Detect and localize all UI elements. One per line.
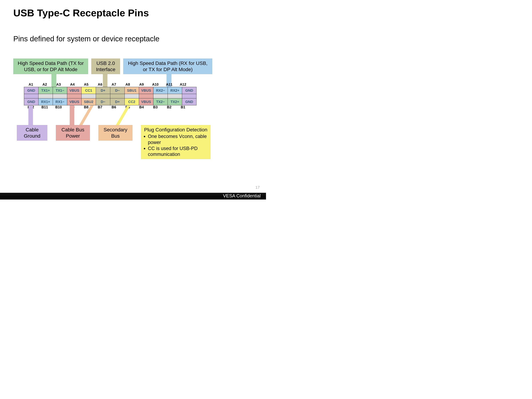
pin-cell: RX1+ [38, 98, 53, 105]
pin-mid-cell [38, 94, 53, 98]
conn-vbus [70, 106, 74, 125]
pin-mid-cell [182, 94, 196, 98]
callout-cc-title: Plug Configuration Detection [144, 127, 207, 133]
pin-mid-cell [67, 94, 82, 98]
pin-cell: D− [96, 98, 110, 105]
pin-row-mid [24, 94, 196, 98]
pin-cell: RX1− [53, 98, 67, 105]
pin-cell: VBUS [67, 98, 82, 105]
pin-mid-cell [110, 94, 125, 98]
callout-bus-power: Cable Bus Power [56, 125, 90, 141]
col-label-a: A1 [24, 82, 38, 87]
callout-secondary-bus: Secondary Bus [98, 125, 133, 141]
pin-cell: RX2+ [168, 87, 182, 94]
col-label-b: B6 [107, 105, 121, 109]
pin-mid-cell [153, 94, 168, 98]
callout-cc-bullet-1: One becomes Vconn, cable power [148, 133, 209, 146]
pin-table: GNDTX1+TX1−VBUSCC1D+D−SBU1VBUSRX2−RX2+GN… [24, 87, 196, 105]
col-label-a: A11 [162, 82, 176, 87]
col-label-a: A10 [148, 82, 162, 87]
footer-text: VESA Confidential [223, 193, 261, 199]
callout-cc: Plug Configuration Detection One becomes… [141, 125, 210, 159]
pin-cell: VBUS [67, 87, 82, 94]
col-label-a: A2 [38, 82, 52, 87]
pin-row-b: GNDRX1+RX1−VBUSSBU2D−D+CC2VBUSTX2−TX2+GN… [24, 98, 196, 105]
pin-cell: RX2− [153, 87, 168, 94]
col-label-b: B1 [176, 105, 190, 109]
col-label-b: B4 [135, 105, 148, 109]
conn-gnd [28, 106, 33, 125]
pin-mid-cell [168, 94, 182, 98]
pin-cell: GND [182, 98, 196, 105]
col-label-a: A9 [135, 82, 148, 87]
pin-mid-cell [53, 94, 67, 98]
col-label-b: B11 [38, 105, 52, 109]
pin-mid-cell [96, 94, 110, 98]
pin-cell: D− [110, 87, 125, 94]
pin-mid-cell [139, 94, 153, 98]
col-label-a: A3 [52, 82, 65, 87]
col-label-b: B2 [162, 105, 176, 109]
callout-hs-rx: High Speed Data Path (RX for USB, or TX … [123, 58, 212, 74]
pin-cell: D+ [110, 98, 125, 105]
col-label-a: A4 [65, 82, 79, 87]
pin-cell: TX2+ [168, 98, 182, 105]
col-label-a: A5 [79, 82, 93, 87]
footer-bar: VESA Confidential [0, 193, 266, 200]
callout-hs-tx: High Speed Data Path (TX for USB, or for… [13, 58, 88, 74]
callout-ground: Cable Ground [17, 125, 47, 141]
callout-usb20: USB 2.0 Interface [91, 58, 120, 74]
col-label-a: A6 [93, 82, 107, 87]
pin-mid-cell [24, 94, 38, 98]
pin-cell: CC2 [125, 98, 139, 105]
page-subtitle: Pins defined for system or device recept… [13, 35, 159, 43]
pin-cell: TX2− [153, 98, 168, 105]
pin-cell: TX1+ [38, 87, 53, 94]
col-label-a: A7 [107, 82, 121, 87]
pin-cell: VBUS [139, 98, 153, 105]
pin-row-a: GNDTX1+TX1−VBUSCC1D+D−SBU1VBUSRX2−RX2+GN… [24, 87, 196, 94]
col-label-b: B10 [52, 105, 65, 109]
page-title: USB Type-C Receptacle Pins [13, 7, 149, 19]
slide: USB Type-C Receptacle Pins Pins defined … [0, 0, 266, 200]
diagram: High Speed Data Path (TX for USB, or for… [13, 58, 253, 183]
callout-cc-bullet-2: CC is used for USB-PD communication [148, 146, 209, 158]
pin-cell: SBU1 [125, 87, 139, 94]
pin-cell: VBUS [139, 87, 153, 94]
col-label-a: A8 [121, 82, 135, 87]
col-label-a: A12 [176, 82, 190, 87]
col-label-b: B7 [93, 105, 107, 109]
pin-cell: GND [24, 98, 38, 105]
pin-cell: D+ [96, 87, 110, 94]
pin-mid-cell [82, 94, 96, 98]
pin-cell: TX1− [53, 87, 67, 94]
page-number: 17 [255, 185, 260, 190]
pin-cell: CC1 [82, 87, 96, 94]
pin-mid-cell [125, 94, 139, 98]
pin-cell: GND [182, 87, 196, 94]
col-label-b: B3 [148, 105, 162, 109]
pin-cell: SBU2 [82, 98, 96, 105]
pin-cell: GND [24, 87, 38, 94]
